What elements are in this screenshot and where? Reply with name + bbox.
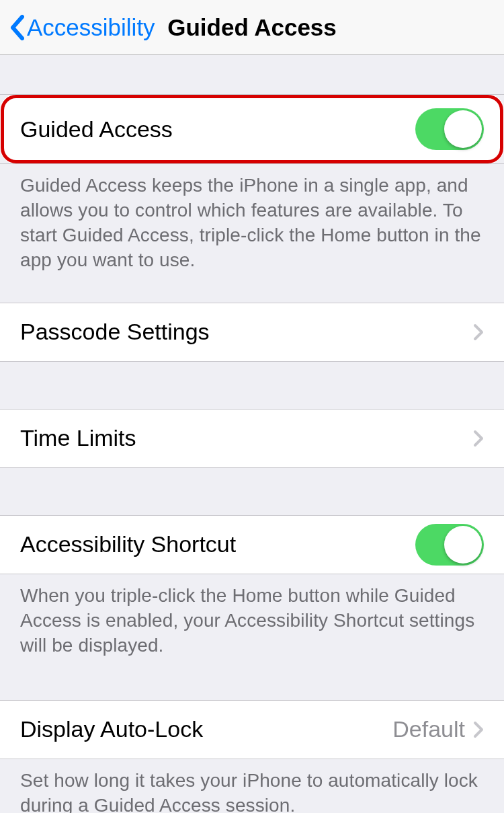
section-spacer bbox=[0, 658, 504, 700]
guided-access-row[interactable]: Guided Access bbox=[0, 94, 504, 164]
display-auto-lock-row[interactable]: Display Auto-Lock Default bbox=[0, 700, 504, 759]
section-spacer bbox=[0, 468, 504, 515]
accessibility-shortcut-label: Accessibility Shortcut bbox=[20, 531, 236, 557]
back-label: Accessibility bbox=[27, 14, 155, 41]
toggle-knob bbox=[444, 526, 482, 564]
chevron-right-icon bbox=[473, 430, 484, 447]
back-button[interactable]: Accessibility bbox=[9, 14, 155, 41]
chevron-right-icon bbox=[473, 323, 484, 341]
accessibility-shortcut-footer: When you triple-click the Home button wh… bbox=[0, 574, 504, 658]
passcode-settings-label: Passcode Settings bbox=[20, 319, 210, 345]
time-limits-row[interactable]: Time Limits bbox=[0, 409, 504, 468]
guided-access-footer: Guided Access keeps the iPhone in a sing… bbox=[0, 164, 504, 273]
display-auto-lock-footer: Set how long it takes your iPhone to aut… bbox=[0, 759, 504, 813]
toggle-knob bbox=[444, 110, 482, 148]
guided-access-toggle[interactable] bbox=[415, 108, 484, 150]
back-chevron-icon bbox=[9, 15, 24, 40]
chevron-right-icon bbox=[473, 721, 484, 738]
display-auto-lock-label: Display Auto-Lock bbox=[20, 716, 203, 742]
accessibility-shortcut-row[interactable]: Accessibility Shortcut bbox=[0, 515, 504, 574]
section-spacer bbox=[0, 362, 504, 409]
display-auto-lock-value: Default bbox=[392, 716, 465, 742]
section-spacer bbox=[0, 55, 504, 94]
time-limits-label: Time Limits bbox=[20, 425, 136, 451]
accessibility-shortcut-toggle[interactable] bbox=[415, 524, 484, 566]
guided-access-label: Guided Access bbox=[20, 116, 173, 143]
section-spacer bbox=[0, 273, 504, 303]
passcode-settings-row[interactable]: Passcode Settings bbox=[0, 303, 504, 362]
navigation-header: Accessibility Guided Access bbox=[0, 0, 504, 55]
page-title: Guided Access bbox=[167, 14, 337, 41]
